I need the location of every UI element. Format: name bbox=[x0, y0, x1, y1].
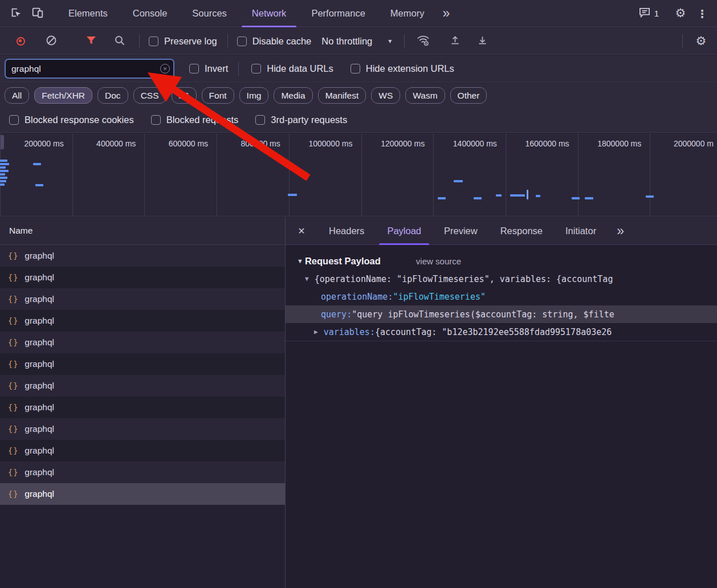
timeline-label: 1000000 ms bbox=[290, 133, 361, 148]
expand-arrow-icon[interactable]: ▶ bbox=[314, 328, 318, 336]
divider bbox=[139, 34, 140, 48]
settings-button[interactable]: ⚙ bbox=[671, 5, 690, 23]
detail-tab-headers[interactable]: Headers bbox=[317, 217, 376, 245]
tab-performance[interactable]: Performance bbox=[299, 0, 377, 27]
timeline-label: 1200000 ms bbox=[362, 133, 434, 148]
payload-row-query[interactable]: query: "query ipFlowTimeseries($accountT… bbox=[286, 305, 717, 323]
name-column-header[interactable]: Name bbox=[0, 217, 285, 245]
detail-tab-preview[interactable]: Preview bbox=[433, 217, 489, 245]
payload-preview-text: {operationName: "ipFlowTimeseries", vari… bbox=[315, 274, 613, 284]
request-row[interactable]: {}graphql bbox=[0, 483, 285, 505]
checkbox-blocked-response-cookies[interactable]: Blocked response cookies bbox=[9, 115, 134, 125]
chip-media[interactable]: Media bbox=[274, 87, 312, 104]
clear-network-log-button[interactable] bbox=[42, 32, 60, 50]
tab-elements[interactable]: Elements bbox=[56, 0, 120, 27]
chip-ws[interactable]: WS bbox=[371, 87, 400, 104]
waterfall-mark bbox=[0, 183, 5, 186]
search-button[interactable] bbox=[111, 32, 129, 50]
detail-tab-response[interactable]: Response bbox=[489, 217, 554, 245]
preserve-log-checkbox[interactable]: Preserve log bbox=[149, 36, 217, 47]
payload-key: query: bbox=[321, 309, 352, 320]
detail-tab-initiator[interactable]: Initiator bbox=[554, 217, 608, 245]
disable-cache-checkbox[interactable]: Disable cache bbox=[237, 36, 312, 47]
timeline-label: 2000000 m bbox=[650, 133, 717, 148]
waterfall-mark bbox=[0, 173, 5, 175]
clear-filter-icon[interactable]: ✕ bbox=[160, 64, 170, 74]
payload-value: "query ipFlowTimeseries($accountTag: str… bbox=[352, 309, 614, 320]
payload-preview-row[interactable]: ▼ {operationName: "ipFlowTimeseries", va… bbox=[286, 270, 717, 288]
tab-sources[interactable]: Sources bbox=[180, 0, 239, 27]
chip-font[interactable]: Font bbox=[202, 87, 234, 104]
detail-tab-payload[interactable]: Payload bbox=[376, 217, 433, 245]
request-row[interactable]: {}graphql bbox=[0, 418, 285, 440]
inspect-element-button[interactable] bbox=[7, 5, 25, 23]
request-name: graphql bbox=[25, 489, 54, 499]
invert-checkbox[interactable]: Invert bbox=[189, 63, 228, 74]
expand-arrow-icon[interactable]: ▼ bbox=[305, 275, 309, 283]
timeline-label: 1600000 ms bbox=[506, 133, 578, 148]
network-main-area: Name {}graphql{}graphql{}graphql{}graphq… bbox=[0, 217, 717, 588]
timeline-column: 800000 ms bbox=[217, 133, 289, 216]
export-har-button[interactable] bbox=[473, 32, 491, 50]
payload-row-operationname[interactable]: operationName: "ipFlowTimeseries" bbox=[286, 288, 717, 305]
hide-extension-urls-label: Hide extension URLs bbox=[366, 63, 454, 74]
chip-wasm[interactable]: Wasm bbox=[405, 87, 445, 104]
request-row[interactable]: {}graphql bbox=[0, 397, 285, 418]
tab-network[interactable]: Network bbox=[239, 0, 299, 27]
divider bbox=[682, 34, 683, 48]
filter-toggle-button[interactable] bbox=[82, 32, 100, 50]
request-row[interactable]: {}graphql bbox=[0, 245, 285, 267]
more-detail-tabs-icon[interactable]: » bbox=[611, 224, 630, 238]
chip-doc[interactable]: Doc bbox=[97, 87, 128, 104]
request-row[interactable]: {}graphql bbox=[0, 332, 285, 353]
customize-devtools-button[interactable]: ⋮ bbox=[693, 5, 711, 23]
waterfall-mark bbox=[585, 197, 593, 199]
filter-input[interactable] bbox=[5, 59, 174, 79]
panel-tabs: ElementsConsoleSourcesNetworkPerformance… bbox=[56, 0, 437, 27]
chip-css[interactable]: CSS bbox=[133, 87, 166, 104]
waterfall-mark bbox=[0, 170, 9, 172]
timeline-overview[interactable]: 200000 ms400000 ms600000 ms800000 ms1000… bbox=[0, 133, 717, 217]
request-row[interactable]: {}graphql bbox=[0, 462, 285, 483]
chip-img[interactable]: Img bbox=[239, 87, 269, 104]
tab-memory[interactable]: Memory bbox=[378, 0, 437, 27]
view-source-link[interactable]: view source bbox=[416, 256, 461, 266]
hide-extension-urls-checkbox[interactable]: Hide extension URLs bbox=[351, 63, 454, 74]
filter-chips: AllFetch/XHRDocCSSJSFontImgMediaManifest… bbox=[5, 87, 487, 104]
timeline-label: 200000 ms bbox=[1, 133, 72, 148]
collapse-triangle-icon[interactable]: ▼ bbox=[297, 258, 303, 264]
record-network-log-button[interactable] bbox=[11, 32, 30, 50]
request-row[interactable]: {}graphql bbox=[0, 353, 285, 375]
chip-fetch-xhr[interactable]: Fetch/XHR bbox=[34, 87, 92, 104]
chip-all[interactable]: All bbox=[5, 87, 29, 104]
throttling-select[interactable]: No throttling ▾ bbox=[321, 36, 392, 47]
request-row[interactable]: {}graphql bbox=[0, 375, 285, 397]
request-row[interactable]: {}graphql bbox=[0, 440, 285, 462]
import-har-button[interactable] bbox=[446, 32, 464, 50]
close-details-icon[interactable]: ✕ bbox=[286, 226, 317, 236]
network-settings-button[interactable]: ⚙ bbox=[692, 32, 710, 50]
timeline-column: 600000 ms bbox=[144, 133, 217, 216]
request-type-bar: AllFetch/XHRDocCSSJSFontImgMediaManifest… bbox=[0, 83, 717, 108]
payload-section-title: Request Payload bbox=[305, 256, 381, 267]
timeline-column: 1200000 ms bbox=[361, 133, 434, 216]
chip-other[interactable]: Other bbox=[450, 87, 487, 104]
request-row[interactable]: {}graphql bbox=[0, 310, 285, 332]
checkbox-icon bbox=[149, 36, 158, 46]
json-braces-icon: {} bbox=[8, 403, 18, 412]
network-conditions-button[interactable] bbox=[414, 32, 432, 50]
hide-data-urls-checkbox[interactable]: Hide data URLs bbox=[251, 63, 333, 74]
checkbox-blocked-requests[interactable]: Blocked requests bbox=[151, 115, 239, 125]
chip-manifest[interactable]: Manifest bbox=[318, 87, 366, 104]
payload-row-variables[interactable]: ▶variables: {accountTag: "b12e3b2192ee55… bbox=[286, 323, 717, 341]
tab-console[interactable]: Console bbox=[120, 0, 180, 27]
chip-js[interactable]: JS bbox=[172, 87, 197, 104]
checkbox-3rd-party-requests[interactable]: 3rd-party requests bbox=[255, 115, 347, 125]
device-toolbar-button[interactable] bbox=[28, 5, 47, 23]
issues-button[interactable]: 1 bbox=[639, 5, 659, 23]
more-panels-icon[interactable]: » bbox=[437, 7, 455, 20]
request-row[interactable]: {}graphql bbox=[0, 267, 285, 288]
request-row[interactable]: {}graphql bbox=[0, 288, 285, 310]
request-name: graphql bbox=[25, 251, 54, 261]
waterfall-mark bbox=[0, 160, 7, 162]
